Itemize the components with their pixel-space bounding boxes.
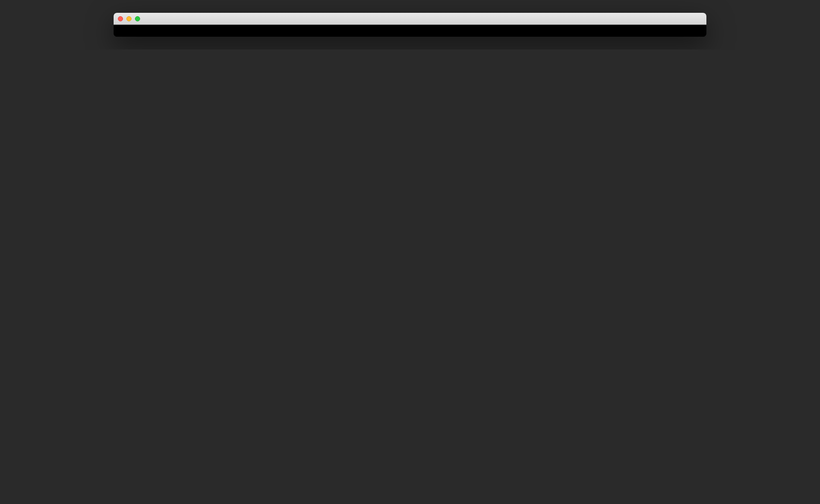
maximize-button[interactable]: [135, 16, 140, 21]
close-button[interactable]: [118, 16, 123, 21]
window-titlebar[interactable]: [114, 13, 706, 25]
traffic-lights: [118, 16, 140, 21]
minimize-button[interactable]: [126, 16, 132, 21]
terminal-window: [114, 13, 706, 37]
terminal-output[interactable]: [114, 25, 706, 37]
